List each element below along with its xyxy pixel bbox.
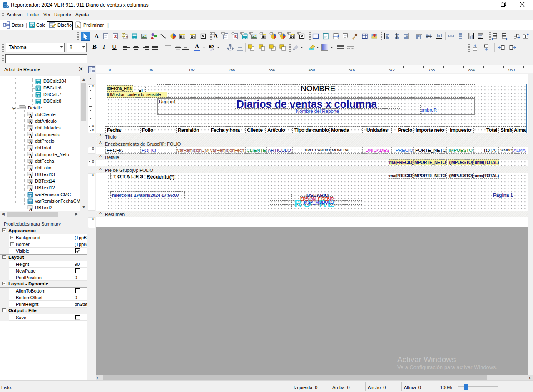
svg-text:A: A (29, 120, 32, 125)
svg-text:A: A (29, 166, 32, 171)
svg-text:A: A (95, 33, 99, 40)
svg-text:A: A (29, 153, 32, 158)
svg-text:A: A (29, 113, 32, 118)
svg-text:A: A (29, 180, 32, 185)
svg-text:A: A (29, 140, 32, 145)
svg-text:A: A (234, 35, 237, 39)
svg-text:A: A (29, 206, 32, 211)
svg-text:A: A (29, 127, 32, 131)
svg-text:A: A (29, 133, 32, 138)
svg-text:A: A (29, 146, 32, 151)
svg-text:A: A (29, 186, 32, 191)
svg-text:A: A (29, 160, 32, 165)
svg-text:A: A (114, 35, 117, 39)
svg-text:12: 12 (126, 36, 128, 39)
svg-text:A: A (29, 173, 32, 178)
